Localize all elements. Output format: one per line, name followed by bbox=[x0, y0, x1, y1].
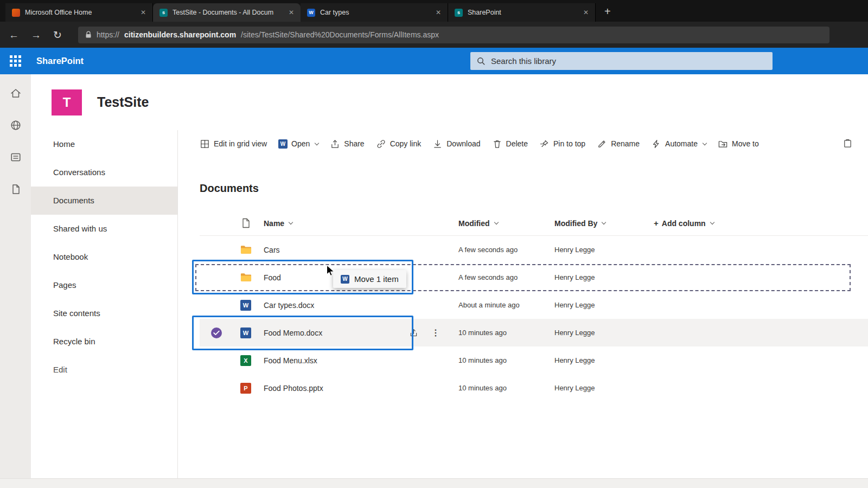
command-bar: Edit in grid view W Open Share Copy link… bbox=[178, 130, 868, 157]
library-main: Edit in grid view W Open Share Copy link… bbox=[178, 130, 868, 478]
button-label: Share bbox=[344, 139, 364, 148]
cell-modified-by[interactable]: Henry Legge bbox=[554, 356, 654, 364]
tab-close-icon[interactable]: ✕ bbox=[581, 8, 591, 17]
left-rail bbox=[0, 74, 31, 488]
search-input[interactable]: Search this library bbox=[470, 52, 773, 70]
cell-modified-by[interactable]: Henry Legge bbox=[554, 329, 654, 337]
rename-icon bbox=[597, 139, 607, 149]
cell-modified-by[interactable]: Henry Legge bbox=[554, 301, 654, 309]
tab-close-icon[interactable]: ✕ bbox=[138, 8, 148, 17]
sidebar-item-pages[interactable]: Pages bbox=[31, 271, 177, 299]
new-tab-button[interactable]: + bbox=[604, 3, 611, 20]
chevron-down-icon bbox=[703, 140, 707, 145]
home-icon[interactable] bbox=[10, 87, 22, 99]
column-header-modified[interactable]: Modified bbox=[458, 219, 554, 228]
file-icon bbox=[241, 218, 251, 228]
column-label: Add column bbox=[662, 219, 706, 228]
sidebar-item-shared-with-us[interactable]: Shared with us bbox=[31, 215, 177, 243]
file-row-food-menu[interactable]: X Food Menu.xlsx 10 minutes ago Henry Le… bbox=[200, 346, 868, 374]
chevron-down-icon bbox=[710, 220, 714, 224]
powerpoint-file-icon: P bbox=[240, 383, 251, 394]
sidebar-item-documents[interactable]: Documents bbox=[31, 187, 177, 215]
address-bar[interactable]: https://citizenbuilders.sharepoint.com/s… bbox=[78, 27, 829, 43]
clipboard-icon bbox=[843, 138, 853, 149]
move-to-button[interactable]: Move to bbox=[718, 139, 759, 149]
row-select[interactable] bbox=[200, 328, 233, 338]
search-icon bbox=[477, 57, 486, 66]
cell-modified-by[interactable]: Henry Legge bbox=[554, 384, 654, 392]
file-row-food-memo[interactable]: W Food Memo.docx ⋮ 10 minutes ago Henry … bbox=[200, 319, 868, 346]
tab-close-icon[interactable]: ✕ bbox=[286, 8, 296, 17]
lists-icon[interactable] bbox=[10, 151, 22, 163]
file-name[interactable]: Food Photos.pptx bbox=[264, 384, 323, 393]
row-tools: ⋮ bbox=[409, 328, 458, 338]
excel-file-icon: X bbox=[240, 355, 251, 366]
button-label: Delete bbox=[506, 139, 528, 148]
office-favicon bbox=[12, 9, 20, 17]
horizontal-scrollbar[interactable] bbox=[0, 478, 868, 488]
copy-link-button[interactable]: Copy link bbox=[376, 139, 422, 149]
sidebar-item-recycle-bin[interactable]: Recycle bin bbox=[31, 328, 177, 356]
download-button[interactable]: Download bbox=[432, 139, 480, 149]
sidebar-item-conversations[interactable]: Conversations bbox=[31, 158, 177, 187]
edit-in-grid-view-button[interactable]: Edit in grid view bbox=[200, 139, 267, 149]
file-row-food-photos[interactable]: P Food Photos.pptx 10 minutes ago Henry … bbox=[200, 374, 868, 402]
open-button[interactable]: W Open bbox=[278, 139, 318, 149]
file-row-cars[interactable]: Cars A few seconds ago Henry Legge bbox=[200, 236, 868, 264]
column-header-name[interactable]: Name bbox=[258, 219, 458, 228]
tab-close-icon[interactable]: ✕ bbox=[433, 8, 443, 17]
sidebar-item-notebook[interactable]: Notebook bbox=[31, 243, 177, 271]
site-logo[interactable]: T bbox=[52, 89, 82, 115]
app-launcher-icon[interactable] bbox=[0, 48, 31, 74]
library-title: Documents bbox=[200, 182, 868, 195]
sidebar-item-site-contents[interactable]: Site contents bbox=[31, 299, 177, 328]
document-icon[interactable] bbox=[10, 183, 22, 195]
cell-modified-by[interactable]: Henry Legge bbox=[554, 273, 654, 281]
browser-tab-car-types[interactable]: W Car types ✕ bbox=[301, 3, 448, 22]
delete-button[interactable]: Delete bbox=[492, 139, 528, 149]
file-row-food[interactable]: Food A few seconds ago Henry Legge bbox=[200, 264, 868, 291]
share-row-icon[interactable] bbox=[409, 328, 418, 337]
refresh-button[interactable]: ↻ bbox=[53, 30, 62, 40]
file-row-car-types[interactable]: W Car types.docx About a minute ago Henr… bbox=[200, 291, 868, 319]
browser-tab-office-home[interactable]: Microsoft Office Home ✕ bbox=[5, 3, 153, 22]
folder-icon bbox=[240, 272, 252, 283]
button-label: Automate bbox=[665, 139, 698, 148]
cell-modified: 10 minutes ago bbox=[458, 329, 554, 337]
file-name[interactable]: Food bbox=[264, 273, 281, 282]
rename-button[interactable]: Rename bbox=[597, 139, 640, 149]
grid-icon bbox=[200, 139, 210, 149]
chevron-down-icon bbox=[494, 220, 498, 224]
word-favicon: W bbox=[307, 9, 315, 17]
sidebar-item-edit[interactable]: Edit bbox=[31, 356, 177, 384]
globe-icon[interactable] bbox=[10, 119, 22, 131]
file-name[interactable]: Food Menu.xlsx bbox=[264, 356, 317, 365]
forward-button[interactable]: → bbox=[31, 30, 41, 40]
selected-check-icon[interactable] bbox=[211, 328, 222, 338]
back-button[interactable]: ← bbox=[9, 30, 19, 40]
chevron-down-icon bbox=[602, 220, 606, 224]
cell-modified: 10 minutes ago bbox=[458, 356, 554, 364]
file-name[interactable]: Car types.docx bbox=[264, 301, 314, 310]
file-name[interactable]: Food Memo.docx bbox=[264, 329, 322, 337]
browser-tab-testsite-documents[interactable]: s TestSite - Documents - All Docum ✕ bbox=[153, 3, 301, 22]
word-file-icon: W bbox=[240, 328, 251, 338]
share-button[interactable]: Share bbox=[330, 139, 364, 149]
column-label: Modified By bbox=[554, 219, 597, 228]
copy-to-button[interactable] bbox=[843, 138, 853, 149]
column-header-modified-by[interactable]: Modified By bbox=[554, 219, 654, 228]
sidebar-item-home[interactable]: Home bbox=[31, 130, 177, 158]
chevron-down-icon bbox=[289, 220, 293, 224]
add-column-button[interactable]: + Add column bbox=[654, 219, 868, 228]
lock-icon bbox=[85, 31, 92, 38]
automate-icon bbox=[651, 139, 661, 149]
tab-title: Car types bbox=[320, 9, 429, 16]
pin-to-top-button[interactable]: Pin to top bbox=[539, 139, 585, 149]
button-label: Open bbox=[291, 139, 310, 148]
browser-tab-sharepoint[interactable]: s SharePoint ✕ bbox=[448, 3, 596, 22]
url-scheme: https:// bbox=[97, 30, 119, 39]
automate-button[interactable]: Automate bbox=[651, 139, 706, 149]
file-name[interactable]: Cars bbox=[264, 246, 280, 254]
cell-modified-by[interactable]: Henry Legge bbox=[554, 246, 654, 254]
row-more-button[interactable]: ⋮ bbox=[431, 328, 440, 338]
